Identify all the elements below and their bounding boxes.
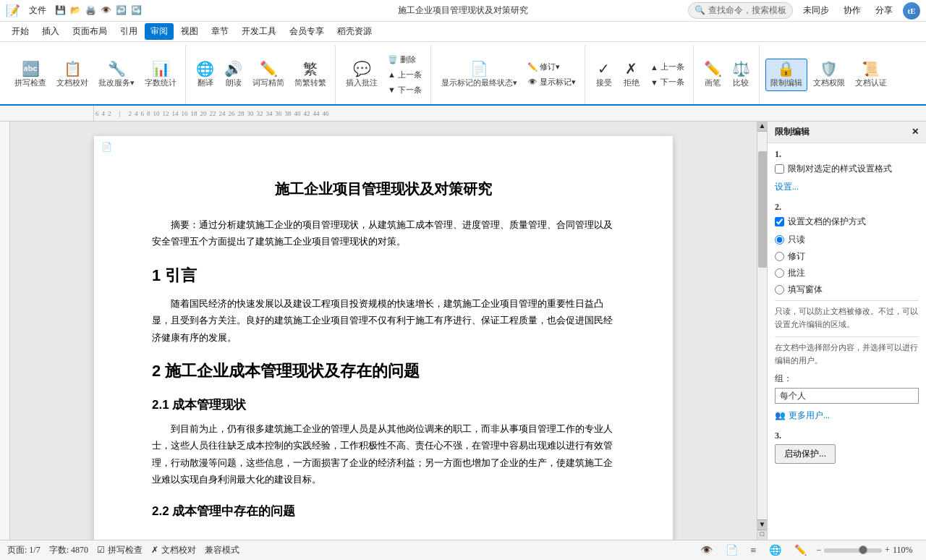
menu-chapter[interactable]: 章节 bbox=[205, 23, 234, 40]
protect-btns: 🔒 限制编辑 🛡️ 文档权限 📜 文档认证 bbox=[765, 45, 891, 104]
revisions-radio[interactable] bbox=[775, 252, 784, 261]
group-input[interactable] bbox=[775, 388, 919, 404]
undo-btn[interactable]: ↩️ bbox=[116, 5, 127, 16]
section2-2-heading: 2.2 成本管理中存在的问题 bbox=[152, 503, 615, 519]
scroll-up-btn[interactable]: ▲ bbox=[757, 122, 768, 132]
track-icon: ✏️ bbox=[527, 62, 538, 72]
sync-btn[interactable]: 未同步 bbox=[799, 3, 833, 18]
more-users-link[interactable]: 👥 更多用户... bbox=[775, 410, 919, 422]
simplify-icon: ✏️ bbox=[260, 61, 278, 76]
comments-radio[interactable] bbox=[775, 268, 784, 278]
doc-permissions-btn[interactable]: 🛡️ 文档权限 bbox=[809, 59, 849, 90]
doc-cert-btn[interactable]: 📜 文档认证 bbox=[851, 59, 891, 90]
compare-btns: ✏️ 画笔 ⚖️ 比较 bbox=[700, 45, 755, 104]
show-final-btn[interactable]: 📄 显示标记的最终状态▾ bbox=[437, 59, 522, 90]
panel-close-btn[interactable]: ✕ bbox=[912, 127, 919, 137]
zoom-out-btn[interactable]: − bbox=[816, 545, 821, 556]
readonly-radio[interactable] bbox=[775, 235, 784, 245]
protection-section: 2. 设置文档的保护方式 只读 修订 批注 bbox=[775, 202, 919, 422]
scroll-thumb[interactable] bbox=[758, 151, 767, 268]
ruler: 6 4 2 | 2 4 6 8 10 12 14 16 18 20 22 24 … bbox=[0, 106, 926, 122]
page-view-btn[interactable]: 📄 bbox=[722, 543, 742, 558]
revisions-option[interactable]: 修订 bbox=[775, 250, 919, 263]
doc-verify-status[interactable]: ✗ 文档校对 bbox=[151, 544, 196, 556]
quick-save[interactable]: 💾 bbox=[55, 5, 66, 16]
compare-btn[interactable]: ⚖️ 比较 bbox=[728, 59, 755, 90]
page-info[interactable]: 页面: 1/7 bbox=[7, 544, 41, 556]
quick-preview[interactable]: 👁️ bbox=[101, 5, 111, 16]
quick-open[interactable]: 📂 bbox=[70, 5, 81, 16]
protect-doc-checkbox[interactable]: 设置文档的保护方式 bbox=[775, 216, 919, 228]
redo-btn[interactable]: ↪️ bbox=[131, 5, 142, 16]
search-bar[interactable]: 🔍 查找命令，搜索模板 bbox=[688, 2, 793, 19]
outline-view-btn[interactable]: ≡ bbox=[747, 543, 760, 558]
limit-format-input[interactable] bbox=[775, 164, 784, 174]
user-avatar[interactable]: tE bbox=[903, 2, 920, 20]
compat-status[interactable]: 兼容模式 bbox=[205, 544, 239, 556]
menu-file[interactable]: 文件 bbox=[25, 3, 51, 18]
scroll-corner[interactable]: □ bbox=[757, 530, 768, 540]
accept-btn[interactable]: ✓ 接受 bbox=[591, 59, 617, 90]
doc-verify-btn[interactable]: 📋 文档校对 bbox=[52, 59, 93, 90]
doc-abstract: 摘要：通过分析建筑施工企业的项目管理现状，从建筑施工成本管理、进度管理、质量管理… bbox=[152, 216, 615, 250]
draw-btn[interactable]: ✏️ 画笔 bbox=[700, 59, 726, 90]
show-markup-btn[interactable]: 👁️显示标记▾ bbox=[523, 75, 580, 89]
zoom-slider[interactable] bbox=[824, 548, 882, 553]
reject-btn[interactable]: ✗ 拒绝 bbox=[619, 59, 645, 90]
prev-change-btn[interactable]: ▲上一条 bbox=[646, 60, 689, 74]
limit-format-checkbox[interactable]: 限制对选定的样式设置格式 bbox=[775, 163, 919, 175]
menu-start[interactable]: 开始 bbox=[6, 23, 35, 40]
zoom-in-btn[interactable]: + bbox=[885, 545, 890, 556]
menu-vip[interactable]: 会员专享 bbox=[284, 23, 330, 40]
restrict-edit-btn[interactable]: 🔒 限制编辑 bbox=[765, 59, 807, 91]
collab-btn[interactable]: 协作 bbox=[839, 3, 865, 18]
menu-review[interactable]: 审阅 bbox=[145, 23, 174, 40]
readonly-option[interactable]: 只读 bbox=[775, 234, 919, 246]
word-count-text: 字数: 4870 bbox=[49, 544, 88, 556]
menu-devtools[interactable]: 开发工具 bbox=[236, 23, 282, 40]
protect-doc-input[interactable] bbox=[775, 217, 784, 226]
fillforms-option[interactable]: 填写窗体 bbox=[775, 284, 919, 296]
zoom-thumb[interactable] bbox=[859, 546, 867, 554]
word-count-btn[interactable]: 📊 字数统计 bbox=[140, 59, 181, 90]
readonly-desc2: 在文档中选择部分内容，并选择可以进行编辑的用户。 bbox=[775, 336, 919, 367]
spell-check-btn[interactable]: 🔤 拼写检查 bbox=[10, 59, 51, 90]
prev-comment-btn[interactable]: ▲上一条 bbox=[383, 68, 426, 82]
scroll-track[interactable] bbox=[757, 132, 768, 519]
comments-option[interactable]: 批注 bbox=[775, 267, 919, 279]
word-count-status[interactable]: 字数: 4870 bbox=[49, 544, 88, 556]
delete-comment-btn[interactable]: 🗑️删除 bbox=[383, 53, 426, 67]
read-view-btn[interactable]: 👁️ bbox=[697, 543, 716, 558]
write-view-btn[interactable]: ✏️ bbox=[791, 543, 810, 558]
fillforms-radio[interactable] bbox=[775, 285, 784, 294]
insert-comment-btn[interactable]: 💬 插入批注 bbox=[341, 59, 382, 90]
next-comment-btn[interactable]: ▼下一条 bbox=[383, 83, 426, 97]
simplify-btn[interactable]: ✏️ 词写精简 bbox=[248, 59, 289, 90]
start-protect-btn[interactable]: 启动保护... bbox=[775, 444, 836, 464]
quick-print[interactable]: 🖨️ bbox=[85, 5, 96, 16]
read-btn[interactable]: 🔊 朗读 bbox=[220, 59, 247, 90]
next-change-btn[interactable]: ▼下一条 bbox=[646, 75, 689, 89]
more-users-text: 更多用户... bbox=[789, 410, 830, 422]
next-comment-icon: ▼ bbox=[388, 85, 396, 94]
menu-insert[interactable]: 插入 bbox=[36, 23, 65, 40]
menu-bar: 开始 插入 页面布局 引用 审阅 视图 章节 开发工具 会员专享 稻壳资源 bbox=[0, 22, 926, 42]
translate-btn[interactable]: 🌐 翻译 bbox=[192, 59, 218, 90]
spell-check-status[interactable]: ☑ 拼写检查 bbox=[97, 544, 143, 556]
menu-layout[interactable]: 页面布局 bbox=[67, 23, 113, 40]
settings-link[interactable]: 设置... bbox=[775, 181, 919, 193]
prev-change-icon: ▲ bbox=[650, 63, 658, 72]
scroll-down-btn[interactable]: ▼ bbox=[757, 519, 768, 530]
track-changes-btn[interactable]: ✏️修订▾ bbox=[523, 60, 580, 74]
vertical-scrollbar[interactable]: ▲ ▼ □ bbox=[757, 122, 767, 540]
start-section-num: 3. bbox=[775, 430, 919, 441]
review-service-btn[interactable]: 🔧 批改服务▾ bbox=[94, 59, 139, 90]
web-view-btn[interactable]: 🌐 bbox=[765, 543, 785, 558]
doc-scroll[interactable]: 📄 施工企业项目管理现状及对策研究 摘要：通过分析建筑施工企业的项目管理现状，从… bbox=[10, 122, 757, 540]
trad-simp-btn[interactable]: 繁 简繁转繁 bbox=[290, 59, 331, 90]
menu-ref[interactable]: 引用 bbox=[114, 23, 143, 40]
menu-resources[interactable]: 稻壳资源 bbox=[331, 23, 378, 40]
share-btn[interactable]: 分享 bbox=[871, 3, 897, 18]
draw-icon: ✏️ bbox=[704, 61, 722, 76]
menu-view[interactable]: 视图 bbox=[175, 23, 204, 40]
